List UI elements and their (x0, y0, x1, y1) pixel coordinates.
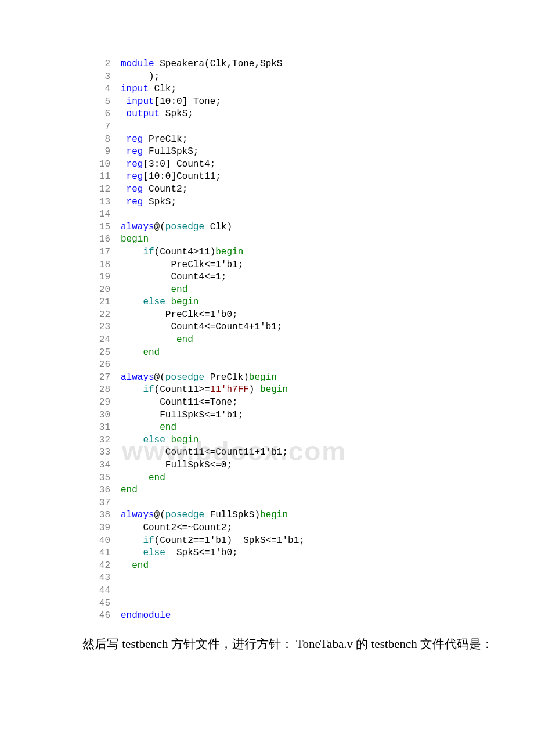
code-line: 34 FullSpkS<=0; (87, 459, 534, 472)
line-number: 20 (87, 284, 121, 297)
line-number: 45 (87, 597, 121, 610)
code-line: 25 end (87, 347, 534, 359)
line-number: 17 (87, 246, 121, 259)
code-line: 28 if(Count11>=11'h7FF) begin (87, 384, 534, 397)
code-line: 27always@(posedge PreClk)begin (87, 372, 534, 384)
code-content: Count11<=Tone; (121, 397, 238, 409)
line-number: 30 (87, 409, 121, 422)
code-line: 35 end (87, 472, 534, 485)
line-number: 36 (87, 484, 121, 497)
code-line: 8 reg PreClk; (87, 134, 534, 146)
line-number: 28 (87, 384, 121, 397)
code-line: 7 (87, 121, 534, 134)
code-line: 38always@(posedge FullSpkS)begin (87, 509, 534, 522)
code-content: end (121, 484, 138, 497)
code-content: output SpkS; (121, 108, 193, 121)
code-line: 29 Count11<=Tone; (87, 397, 534, 409)
code-line: 40 if(Count2==1'b1) SpkS<=1'b1; (87, 535, 534, 548)
code-content: always@(posedge Clk) (121, 221, 232, 234)
line-number: 26 (87, 359, 121, 372)
line-number: 32 (87, 434, 121, 447)
code-content: end (121, 472, 165, 485)
line-number: 27 (87, 372, 121, 384)
line-number: 14 (87, 208, 121, 221)
line-number: 7 (87, 121, 121, 134)
code-line: 5 input[10:0] Tone; (87, 96, 534, 109)
code-content: PreClk<=1'b1; (121, 259, 243, 272)
code-line: 23 Count4<=Count4+1'b1; (87, 321, 534, 334)
code-line: 13 reg SpkS; (87, 196, 534, 209)
code-line: 42 end (87, 560, 534, 573)
code-content: else SpkS<=1'b0; (121, 547, 238, 560)
line-number: 24 (87, 334, 121, 347)
line-number: 19 (87, 271, 121, 284)
line-number: 11 (87, 171, 121, 183)
line-number: 39 (87, 522, 121, 535)
code-content: end (121, 284, 187, 297)
code-line: 14 (87, 208, 534, 221)
code-line: 44 (87, 585, 534, 597)
line-number: 9 (87, 146, 121, 159)
code-line: 6 output SpkS; (87, 108, 534, 121)
code-line: 45 (87, 597, 534, 610)
code-content: always@(posedge FullSpkS)begin (121, 509, 288, 522)
line-number: 4 (87, 83, 121, 96)
code-content: input[10:0] Tone; (121, 96, 221, 109)
code-content: if(Count2==1'b1) SpkS<=1'b1; (121, 535, 305, 548)
code-content: always@(posedge PreClk)begin (121, 372, 277, 384)
code-content: reg[3:0] Count4; (121, 159, 215, 171)
line-number: 31 (87, 422, 121, 434)
code-line: 32 else begin (87, 434, 534, 447)
code-content: input Clk; (121, 83, 176, 96)
code-line: 15always@(posedge Clk) (87, 221, 534, 234)
code-content: Count4<=Count4+1'b1; (121, 321, 282, 334)
code-content: Count2<=~Count2; (121, 522, 232, 535)
code-content: PreClk<=1'b0; (121, 309, 238, 322)
line-number: 41 (87, 547, 121, 560)
code-content: if(Count11>=11'h7FF) begin (121, 384, 288, 397)
code-line: 24 end (87, 334, 534, 347)
code-content: FullSpkS<=0; (121, 459, 232, 472)
code-content: ); (121, 71, 160, 84)
line-number: 8 (87, 134, 121, 146)
line-number: 34 (87, 459, 121, 472)
line-number: 23 (87, 321, 121, 334)
line-number: 21 (87, 296, 121, 309)
line-number: 38 (87, 509, 121, 522)
line-number: 12 (87, 183, 121, 196)
code-line: 10 reg[3:0] Count4; (87, 159, 534, 171)
line-number: 44 (87, 585, 121, 597)
code-content: end (121, 422, 176, 434)
code-content: reg Count2; (121, 183, 187, 196)
code-line: 4input Clk; (87, 83, 534, 96)
code-line: 16begin (87, 233, 534, 246)
code-line: 30 FullSpkS<=1'b1; (87, 409, 534, 422)
code-content: reg[10:0]Count11; (121, 171, 221, 183)
code-content: endmodule (121, 610, 171, 622)
line-number: 25 (87, 347, 121, 359)
code-content: else begin (121, 434, 199, 447)
code-line: 11 reg[10:0]Count11; (87, 171, 534, 183)
code-line: 22 PreClk<=1'b0; (87, 309, 534, 322)
line-number: 6 (87, 108, 121, 121)
code-line: 39 Count2<=~Count2; (87, 522, 534, 535)
code-line: 31 end (87, 422, 534, 434)
line-number: 16 (87, 233, 121, 246)
chinese-paragraph: 然后写 testbench 方针文件，进行方针： ToneTaba.v 的 te… (0, 622, 534, 656)
code-line: 2module Speakera(Clk,Tone,SpkS (87, 58, 534, 71)
code-content: Count4<=1; (121, 271, 226, 284)
code-content: else begin (121, 296, 199, 309)
code-content: FullSpkS<=1'b1; (121, 409, 243, 422)
code-content: reg PreClk; (121, 134, 187, 146)
code-content: end (121, 347, 160, 359)
line-number: 5 (87, 96, 121, 109)
line-number: 37 (87, 497, 121, 510)
line-number: 43 (87, 572, 121, 585)
code-content: reg SpkS; (121, 196, 176, 209)
code-line: 3 ); (87, 71, 534, 84)
code-line: 17 if(Count4>11)begin (87, 246, 534, 259)
code-line: 19 Count4<=1; (87, 271, 534, 284)
code-content: begin (121, 233, 149, 246)
line-number: 15 (87, 221, 121, 234)
code-line: 33 Count11<=Count11+1'b1; (87, 447, 534, 459)
